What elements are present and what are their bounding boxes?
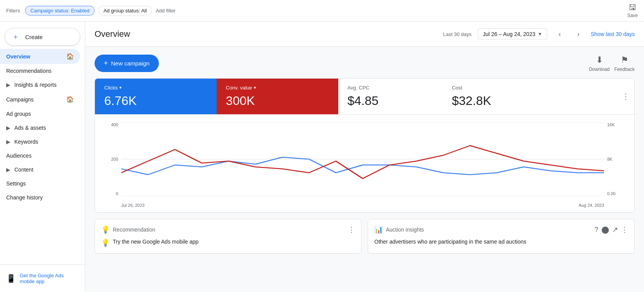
metric-spacer: ⋮ [547,79,634,114]
prev-date-button[interactable]: ‹ [553,28,566,40]
mobile-app-label: Get the Google Ads mobile app [20,273,79,284]
filter-label: Filters [6,8,20,14]
sidebar-item-overview-label: Overview [6,53,30,60]
y-right-label-top: 16K [607,122,625,127]
metric-clicks[interactable]: Clicks ▾ 6.76K [95,79,217,114]
mobile-app-icon: 📱 [6,274,16,283]
auction-insights-card-title: Auction insights [386,227,424,233]
chart-y-labels-left: 400 200 0 [104,122,120,196]
sidebar-item-insights-label: Insights & reports [14,82,57,88]
clicks-label: Clicks [104,85,118,91]
create-label: Create [25,34,43,40]
campaign-status-chip[interactable]: Campaign status: Enabled [25,6,94,15]
date-range-value: Jul 26 – Aug 24, 2023 [483,31,535,37]
sidebar-item-recommendations-label: Recommendations [6,68,52,74]
chart-x-labels: Jul 26, 2023 Aug 24, 2023 [121,203,604,208]
main-content: Overview Last 30 days Jul 26 – Aug 24, 2… [85,22,644,292]
action-bar: + New campaign ⬇ Download ⚑ Feedback [95,55,635,72]
new-campaign-button[interactable]: + New campaign [95,55,159,72]
conv-value-dropdown-icon: ▾ [254,85,256,90]
auction-trend-icon[interactable]: ↗ [612,225,618,234]
recommendation-card-title: Recommendation [113,227,155,233]
save-button[interactable]: 🖫 Save [627,3,638,18]
chart-area: 400 200 0 16K 8K 0.00 [104,122,625,208]
recommendation-card-header: 💡 Recommendation ⋮ [101,225,355,234]
avg-cpc-value: $4.85 [348,94,434,108]
auction-insights-card-actions: ? ⬤ ↗ ⋮ [594,225,628,234]
sidebar-item-campaigns[interactable]: Campaigns 🏠 [0,92,80,107]
sidebar-item-keywords[interactable]: ▶ Keywords [0,135,80,149]
chevron-down-icon: ▼ [537,31,542,37]
recommendation-card-icon: 💡 [101,225,110,234]
y-right-label-bot: 0.00 [607,191,625,196]
sidebar-item-ad-groups[interactable]: Ad groups [0,107,80,121]
svg-text:+: + [14,33,18,41]
expand-icon-content: ▶ [6,167,10,173]
sidebar-item-keywords-label: Keywords [14,139,38,145]
download-button[interactable]: ⬇ Download [589,55,610,72]
sidebar-item-change-history[interactable]: Change history [0,191,80,204]
y-right-label-mid: 8K [607,157,625,161]
auction-insights-card: 📊 Auction insights ? ⬤ ↗ ⋮ Other adverti… [368,219,635,254]
new-campaign-plus-icon: + [104,59,108,67]
auction-insights-card-icon: 📊 [374,225,383,234]
metrics-chart-container: Clicks ▾ 6.76K Conv. value ▾ 300K [95,78,635,213]
chart-svg [121,122,604,196]
conv-value-label: Conv. value [226,85,252,91]
recommendation-card-actions: ⋮ [348,225,355,234]
more-options-icon[interactable]: ⋮ [622,92,630,101]
x-label-start: Jul 26, 2023 [121,203,145,208]
next-date-button[interactable]: › [572,28,584,40]
metric-avg-cpc[interactable]: Avg. CPC $4.85 [338,79,443,114]
sidebar-item-audiences[interactable]: Audiences [0,149,80,163]
sidebar-item-settings-label: Settings [6,180,26,187]
auction-help-icon[interactable]: ? [594,226,598,234]
metric-cost[interactable]: Cost $32.8K [443,79,547,114]
sidebar-item-content[interactable]: ▶ Content [0,163,80,177]
sidebar-item-ads-assets[interactable]: ▶ Ads & assets [0,121,80,135]
x-label-end: Aug 24, 2023 [579,203,604,208]
recommendation-body: Try the new Google Ads mobile app [113,239,198,245]
sidebar-footer: 📱 Get the Google Ads mobile app [0,265,85,292]
chart-container: 400 200 0 16K 8K 0.00 [95,115,634,212]
clicks-dropdown-icon: ▾ [119,85,122,90]
sidebar-item-settings[interactable]: Settings [0,177,80,191]
feedback-button[interactable]: ⚑ Feedback [614,55,635,72]
sidebar-item-insights[interactable]: ▶ Insights & reports [0,78,80,92]
cost-value: $32.8K [452,94,538,108]
page-title: Overview [95,29,437,39]
clicks-value: 6.76K [104,94,207,108]
feedback-label: Feedback [614,67,635,72]
recommendation-more-icon[interactable]: ⋮ [348,225,355,234]
auction-insights-body: Other advertisers who are participating … [374,239,628,245]
auction-insights-card-header: 📊 Auction insights ? ⬤ ↗ ⋮ [374,225,628,234]
conv-value-value: 300K [226,94,329,108]
download-label: Download [589,67,610,72]
ad-group-status-chip[interactable]: Ad group status: All [98,6,152,15]
new-campaign-label: New campaign [111,60,150,67]
sidebar-item-audiences-label: Audiences [6,153,31,159]
content-body: + New campaign ⬇ Download ⚑ Feedback [85,47,644,261]
sidebar-item-recommendations[interactable]: Recommendations [0,64,80,78]
cost-label: Cost [452,85,538,91]
download-icon: ⬇ [596,55,603,65]
sidebar-item-overview[interactable]: Overview 🏠 [0,49,80,64]
show-last-30-link[interactable]: Show last 30 days [591,31,635,37]
metric-conv-value[interactable]: Conv. value ▾ 300K [217,79,338,114]
rec-body-icon: 💡 [101,239,110,247]
metrics-row: Clicks ▾ 6.76K Conv. value ▾ 300K [95,79,634,115]
sidebar-item-ad-groups-label: Ad groups [6,111,31,117]
expand-icon-keywords: ▶ [6,139,10,145]
add-filter-link[interactable]: Add filter [156,8,176,14]
y-left-label-mid: 200 [104,157,118,161]
sidebar-item-change-history-label: Change history [6,194,43,201]
auction-compare-icon[interactable]: ⬤ [601,225,609,234]
date-range-button[interactable]: Jul 26 – Aug 24, 2023 ▼ [478,28,547,40]
overview-header: Overview Last 30 days Jul 26 – Aug 24, 2… [85,22,644,47]
mobile-app-link[interactable]: 📱 Get the Google Ads mobile app [6,270,79,287]
auction-more-icon[interactable]: ⋮ [621,225,628,234]
expand-icon-ads: ▶ [6,125,10,131]
google-plus-icon: + [13,32,22,41]
create-button[interactable]: + Create [5,28,80,46]
filter-bar: Filters Campaign status: Enabled Ad grou… [0,0,644,22]
